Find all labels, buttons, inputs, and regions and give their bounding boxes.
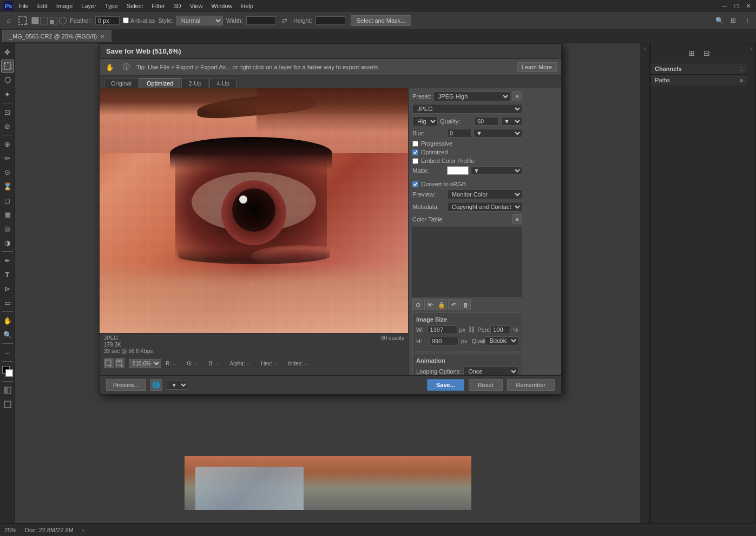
convert-srgb-checkbox[interactable] — [412, 181, 418, 187]
home-icon[interactable]: ⌂ — [3, 15, 14, 26]
menu-view[interactable]: View — [186, 2, 207, 10]
preview-select[interactable]: Monitor Color Legacy Macintosh Internet … — [447, 189, 522, 199]
magic-wand-tool[interactable]: ✦ — [1, 88, 14, 101]
color-swatch[interactable] — [2, 366, 13, 377]
clone-tool[interactable]: ⊙ — [1, 166, 14, 179]
color-table-menu-btn[interactable]: ≡ — [512, 214, 522, 224]
dodge-tool[interactable]: ◑ — [1, 236, 14, 249]
blur-tool[interactable]: ◎ — [1, 222, 14, 235]
arrange-icon[interactable]: ⊞ — [685, 47, 698, 60]
menu-select[interactable]: Select — [123, 2, 147, 10]
minimize-btn[interactable]: ─ — [719, 1, 730, 11]
expand-status-icon[interactable]: › — [82, 527, 84, 533]
heal-tool[interactable]: ⊕ — [1, 138, 14, 151]
background-color[interactable] — [5, 369, 13, 377]
channels-icon[interactable]: ⊟ — [700, 47, 713, 60]
menu-edit[interactable]: Edit — [34, 2, 51, 10]
close-btn[interactable]: ✕ — [743, 1, 754, 11]
quick-mask-btn[interactable] — [1, 384, 14, 397]
pen-tool[interactable]: ✒ — [1, 254, 14, 267]
paths-menu-icon[interactable]: ≡ — [740, 77, 743, 83]
tab-close-icon[interactable]: ✕ — [100, 34, 104, 40]
menu-layer[interactable]: Layer — [77, 2, 100, 10]
extras-btn[interactable]: ··· — [1, 346, 14, 359]
eyedropper-tool[interactable]: ⊘ — [1, 120, 14, 133]
looping-select[interactable]: Once Forever Other — [463, 367, 518, 375]
reset-button[interactable]: Reset — [469, 379, 503, 391]
channels-menu-icon[interactable]: ≡ — [740, 66, 743, 72]
hand-tool[interactable]: ✋ — [1, 314, 14, 327]
shape-tool[interactable]: ▭ — [1, 296, 14, 309]
progressive-checkbox[interactable] — [412, 141, 418, 147]
browser-select[interactable]: ▼ — [167, 381, 188, 390]
ct-map-btn[interactable]: ⊙ — [412, 299, 423, 310]
outline-square-icon[interactable] — [41, 17, 48, 24]
blur-input[interactable] — [447, 129, 471, 138]
screen-mode-btn[interactable] — [1, 398, 14, 411]
matte-select[interactable]: ▼ — [471, 166, 522, 175]
save-button[interactable]: Save... — [427, 379, 464, 391]
hand-tool-icon[interactable]: ✋ — [104, 61, 116, 73]
optimized-checkbox[interactable] — [412, 149, 418, 155]
preset-select[interactable]: JPEG High JPEG Low JPEG Medium PNG-24 GI… — [433, 91, 510, 101]
embed-color-checkbox[interactable] — [412, 158, 418, 164]
quality-select-btn[interactable]: ▼ — [501, 117, 522, 126]
zoom-out-btn[interactable] — [104, 358, 114, 368]
menu-3d[interactable]: 3D — [170, 2, 185, 10]
preview-button[interactable]: Preview... — [106, 379, 146, 391]
info-icon[interactable]: ⓘ — [120, 61, 132, 73]
menu-help[interactable]: Help — [238, 2, 258, 10]
eraser-tool[interactable]: ◻ — [1, 194, 14, 207]
learn-more-button[interactable]: Learn More — [517, 62, 557, 72]
menu-image[interactable]: Image — [52, 2, 77, 10]
menu-window[interactable]: Window — [207, 2, 236, 10]
gradient-tool[interactable]: ▦ — [1, 208, 14, 221]
remember-button[interactable]: Remember — [507, 379, 555, 391]
compression-select[interactable]: High Low Medium Maximum — [412, 116, 438, 126]
tab-optimized[interactable]: Optimized — [140, 78, 181, 88]
width-value-input[interactable] — [428, 325, 457, 334]
tab-original[interactable]: Original — [104, 78, 139, 88]
feather-input[interactable] — [95, 16, 120, 25]
metadata-select[interactable]: Copyright and Contact Info None Copyrigh… — [447, 202, 522, 212]
circle-icon[interactable] — [59, 17, 67, 24]
ct-add-btn[interactable]: ↶ — [448, 299, 459, 310]
crop-tool[interactable]: ⊡ — [1, 106, 14, 119]
tab-2up[interactable]: 2-Up — [181, 78, 208, 88]
blur-select[interactable]: ▼ — [474, 129, 522, 138]
ct-eye-btn[interactable]: 👁 — [424, 299, 435, 310]
share-icon[interactable]: ↑ — [742, 15, 753, 26]
style-select[interactable]: Normal Fixed Ratio Fixed Size — [176, 16, 223, 25]
menu-filter[interactable]: Filter — [148, 2, 168, 10]
search-icon[interactable]: 🔍 — [714, 15, 725, 26]
collapse-right-arrow[interactable]: › — [751, 45, 752, 51]
collapse-left-arrow[interactable]: › — [644, 45, 646, 51]
select-and-mask-button[interactable]: Select and Mask... — [351, 15, 412, 26]
workspace-icon[interactable]: ⊞ — [728, 15, 739, 26]
history-brush-tool[interactable]: ⌛ — [1, 180, 14, 193]
quality-input[interactable] — [475, 117, 499, 126]
browser-icon[interactable]: 🌐 — [150, 379, 162, 391]
move-tool[interactable]: ✥ — [1, 45, 14, 58]
menu-file[interactable]: File — [15, 2, 32, 10]
menu-type[interactable]: Type — [101, 2, 122, 10]
preset-menu-btn[interactable]: ≡ — [512, 91, 522, 101]
height-input[interactable] — [315, 16, 345, 25]
ct-delete-btn[interactable]: 🗑 — [460, 299, 471, 310]
matte-color-swatch[interactable] — [447, 166, 469, 175]
width-input[interactable] — [246, 16, 276, 25]
height-value-input[interactable] — [429, 337, 459, 345]
format-select[interactable]: JPEG PNG-8 PNG-24 GIF WBMP — [412, 104, 522, 114]
ct-lock-btn[interactable]: 🔒 — [436, 299, 447, 310]
solid-square-icon[interactable] — [31, 17, 39, 24]
anti-alias-checkbox[interactable] — [123, 17, 129, 23]
swap-icon[interactable]: ⇄ — [279, 15, 290, 26]
path-selection-tool[interactable]: ⊳ — [1, 282, 14, 295]
lasso-tool[interactable] — [1, 74, 14, 87]
zoom-in-btn[interactable] — [115, 358, 124, 368]
quality-algo-select[interactable]: Bicubic Sharper Bicubic Nearest Neighbor — [485, 336, 518, 345]
maximize-btn[interactable]: □ — [731, 1, 742, 11]
document-tab[interactable]: _MG_0565.CR2 @ 25% (RGB/8) ✕ — [2, 30, 111, 42]
marquee-tool[interactable] — [1, 60, 14, 73]
type-tool[interactable]: T — [1, 268, 14, 281]
